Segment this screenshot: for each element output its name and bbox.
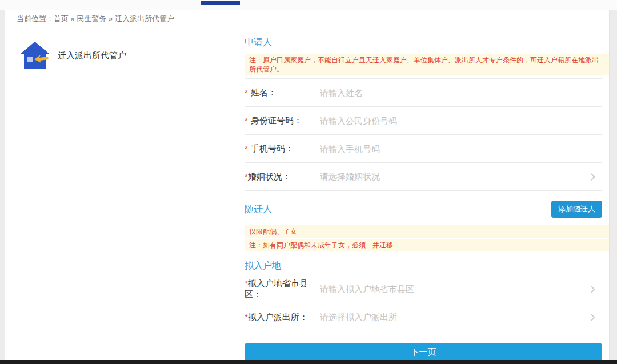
field-row-destination-region[interactable]: *拟入户地省市县区： 请输入拟入户地省市县区 (245, 275, 602, 303)
house-move-in-icon (20, 41, 50, 70)
field-row-destination-station[interactable]: *拟入户派出所： 请选择拟入户派出所 (245, 303, 602, 331)
bottom-bar (0, 360, 617, 364)
chevron-right-icon (588, 173, 595, 181)
field-row-phone: *手机号码： (245, 135, 602, 163)
applicant-note: 注：原户口属家庭户，不能自行立户且无迁入家庭户、单位集体户、派出所人才专户条件的… (245, 54, 609, 75)
form-panel: 申请人 注：原户口属家庭户，不能自行立户且无迁入家庭户、单位集体户、派出所人才专… (235, 27, 609, 360)
id-number-input[interactable] (320, 116, 602, 126)
field-row-marital-status[interactable]: *婚姻状况： 请选择婚姻状况 (245, 163, 602, 191)
field-label-id-number: *身份证号码： (245, 115, 320, 126)
phone-input[interactable] (320, 144, 602, 154)
section-title-applicant: 申请人 (245, 37, 609, 49)
required-marker: * (245, 87, 248, 97)
applicant-fields: *姓名： *身份证号码： *手机号码： (245, 78, 602, 191)
field-label-phone: *手机号码： (245, 143, 320, 154)
breadcrumb-text: 当前位置：首页 » 民生警务 » 迁入派出所代管户 (17, 14, 174, 23)
destination-station-value: 请选择拟入户派出所 (320, 312, 589, 323)
required-marker: * (245, 115, 248, 125)
add-migrant-button[interactable]: 添加随迁人 (551, 201, 602, 218)
service-header: 迁入派出所代管户 (5, 27, 235, 70)
chevron-right-icon (588, 286, 595, 293)
next-page-button[interactable]: 下一页 (245, 343, 602, 360)
field-label-marital-status: *婚姻状况： (245, 171, 320, 182)
sidebar: 迁入派出所代管户 (5, 27, 235, 360)
section-title-migrants: 随迁人 (245, 203, 272, 215)
migrants-notes: 仅限配偶、子女 注：如有同户配偶和未成年子女，必须一并迁移 (245, 225, 609, 251)
migrants-note-line2: 注：如有同户配偶和未成年子女，必须一并迁移 (245, 239, 609, 251)
page: 当前位置：首页 » 民生警务 » 迁入派出所代管户 迁入派出所代管户 (0, 0, 617, 364)
service-title: 迁入派出所代管户 (58, 50, 126, 61)
destination-region-value: 请输入拟入户地省市县区 (320, 284, 589, 295)
content-panel: 当前位置：首页 » 民生警务 » 迁入派出所代管户 迁入派出所代管户 (5, 10, 610, 360)
top-strip (0, 0, 617, 10)
chevron-right-icon (588, 314, 595, 321)
main-area: 迁入派出所代管户 申请人 注：原户口属家庭户，不能自行立户且无迁入家庭户、单位集… (5, 27, 609, 360)
breadcrumb: 当前位置：首页 » 民生警务 » 迁入派出所代管户 (5, 10, 609, 27)
destination-fields: *拟入户地省市县区： 请输入拟入户地省市县区 *拟入户派出所： 请选择拟入户派出… (245, 275, 602, 331)
top-tab-indicator (201, 1, 240, 5)
migrants-note-line1: 仅限配偶、子女 (245, 225, 609, 238)
field-row-name: *姓名： (245, 79, 602, 107)
field-row-id-number: *身份证号码： (245, 107, 602, 135)
field-label-name: *姓名： (245, 87, 320, 98)
name-input[interactable] (320, 88, 602, 98)
field-label-destination-region: *拟入户地省市县区： (245, 278, 320, 300)
field-label-destination-station: *拟入户派出所： (245, 312, 320, 323)
marital-status-value: 请选择婚姻状况 (320, 171, 589, 182)
migrants-header-row: 随迁人 添加随迁人 (245, 201, 602, 218)
required-marker: * (245, 143, 248, 153)
section-title-destination: 拟入户地 (245, 260, 609, 272)
